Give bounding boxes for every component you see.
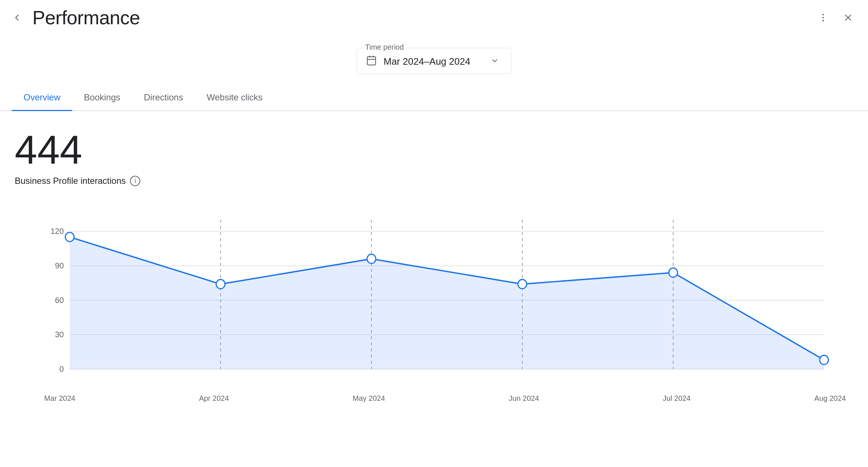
x-label-mar: Mar 2024 <box>44 394 75 403</box>
time-period-text: Mar 2024–Aug 2024 <box>384 56 470 67</box>
svg-point-0 <box>822 14 824 15</box>
header-left: Performance <box>9 7 140 29</box>
svg-point-1 <box>822 17 824 18</box>
svg-text:120: 120 <box>50 227 64 236</box>
big-number: 444 <box>15 129 853 170</box>
tab-bookings[interactable]: Bookings <box>72 85 132 111</box>
x-label-may: May 2024 <box>353 394 385 403</box>
interactions-text: Business Profile interactions <box>15 176 126 186</box>
svg-text:30: 30 <box>55 330 64 339</box>
x-label-apr: Apr 2024 <box>199 394 229 403</box>
x-label-jun: Jun 2024 <box>509 394 539 403</box>
x-axis-labels: Mar 2024 Apr 2024 May 2024 Jun 2024 Jul … <box>44 390 846 403</box>
x-label-aug: Aug 2024 <box>814 394 846 403</box>
header-right <box>815 10 856 26</box>
back-button[interactable] <box>9 10 25 26</box>
time-period-value: Mar 2024–Aug 2024 <box>366 55 499 68</box>
calendar-icon <box>366 55 377 68</box>
svg-point-22 <box>518 279 527 289</box>
tabs: Overview Bookings Directions Website cli… <box>0 85 868 111</box>
time-period-select[interactable]: Time period Mar 2024–Aug 2024 <box>357 48 511 74</box>
tab-website-clicks[interactable]: Website clicks <box>195 85 274 111</box>
close-button[interactable] <box>840 10 856 26</box>
performance-chart: 0306090120 <box>44 204 846 388</box>
svg-marker-18 <box>70 237 824 369</box>
tab-overview[interactable]: Overview <box>12 85 72 111</box>
svg-text:60: 60 <box>55 295 64 305</box>
info-icon[interactable]: i <box>130 176 140 186</box>
time-period-label: Time period <box>363 43 406 51</box>
dropdown-arrow-icon <box>490 56 499 67</box>
main-content: 444 Business Profile interactions i 0306… <box>0 111 868 417</box>
header: Performance <box>0 0 868 33</box>
time-period-container: Time period Mar 2024–Aug 2024 <box>0 48 868 74</box>
x-label-jul: Jul 2024 <box>663 394 691 403</box>
svg-point-21 <box>367 254 376 263</box>
chart-container: 0306090120 Mar 2024 Apr 2024 May 2024 Ju… <box>15 204 853 403</box>
svg-point-2 <box>822 20 824 21</box>
svg-point-19 <box>65 232 74 242</box>
interactions-label: Business Profile interactions i <box>15 176 853 186</box>
tab-directions[interactable]: Directions <box>132 85 195 111</box>
svg-rect-5 <box>367 57 376 65</box>
svg-text:90: 90 <box>55 261 64 270</box>
svg-point-24 <box>820 355 829 364</box>
svg-point-23 <box>669 268 678 277</box>
more-options-button[interactable] <box>815 10 831 26</box>
page-title: Performance <box>32 7 140 29</box>
svg-point-20 <box>216 279 225 289</box>
svg-text:0: 0 <box>59 364 64 374</box>
